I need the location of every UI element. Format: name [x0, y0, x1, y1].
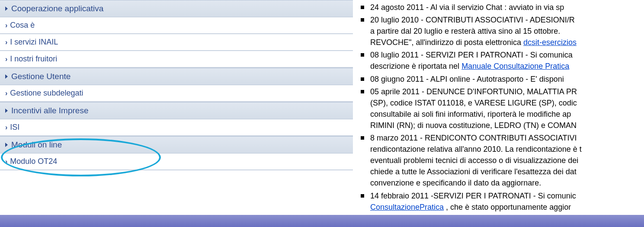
news-panel: 24 agosto 2011 - Al via il servizio Chat…: [353, 0, 644, 227]
chevron-right-icon: ›: [5, 90, 7, 97]
news-line: (SP), codice ISTAT 011018, e VARESE LIGU…: [370, 97, 644, 109]
news-line: eventuali problemi tecnici di accesso o …: [370, 155, 644, 166]
arrow-right-icon: [5, 109, 8, 113]
news-line: 08 luglio 2011 - SERVIZI PER I PATRONATI…: [370, 49, 644, 61]
bottom-bar: [0, 215, 644, 227]
arrow-right-icon: [5, 143, 8, 147]
news-line: rendicontazione relativa all'anno 2010. …: [370, 144, 644, 155]
news-line: consultabile ai soli fini informativi, r…: [370, 109, 644, 120]
sidebar-item-label: Moduli on line: [11, 140, 62, 150]
news-link[interactable]: ConsultazionePratica: [370, 203, 444, 211]
news-line: 08 giugno 2011 - ALPI online - Autotrasp…: [370, 74, 644, 85]
sidebar-item-label: I nostri fruitori: [10, 54, 57, 64]
arrow-right-icon: [5, 6, 8, 11]
sidebar-item-label: Gestione Utente: [11, 72, 70, 81]
news-line: chiede a tutte le Associazioni di verifi…: [370, 166, 644, 177]
sidebar-item-incentivi-imprese[interactable]: Incentivi alle Imprese: [0, 102, 353, 119]
sidebar-item-label: Gestione subdelegati: [10, 89, 83, 98]
chevron-right-icon: ›: [5, 22, 7, 29]
news-list: 24 agosto 2011 - Al via il servizio Chat…: [353, 2, 644, 227]
news-line: a partire dal 20 luglio e resterà attiva…: [370, 26, 644, 37]
sidebar-item-label: Incentivi alle Imprese: [11, 106, 88, 115]
chevron-right-icon: ›: [5, 55, 7, 63]
sidebar-item-label: Modulo OT24: [10, 157, 57, 166]
news-line: convenzione e specificando il dato da ag…: [370, 177, 644, 189]
news-item: 20 luglio 2010 - CONTRIBUTI ASSOCIATIVI …: [370, 14, 644, 48]
news-line: 05 aprile 2011 - DENUNCE D'INFORTUNIO, M…: [370, 86, 644, 97]
chevron-right-icon: ›: [5, 124, 7, 131]
sidebar-item-label: I servizi INAIL: [10, 38, 58, 47]
sidebar-item-gestione-subdelegati[interactable]: › Gestione subdelegati: [0, 85, 353, 102]
arrow-right-icon: [5, 74, 8, 79]
news-item: 05 aprile 2011 - DENUNCE D'INFORTUNIO, M…: [370, 86, 644, 131]
sidebar-item-label: Cosa è: [10, 21, 35, 30]
sidebar-item-modulo-ot24[interactable]: › Modulo OT24: [0, 153, 353, 170]
sidebar: Cooperazione applicativa › Cosa è › I se…: [0, 0, 353, 227]
sidebar-item-isi[interactable]: › ISI: [0, 119, 353, 136]
news-line: 8 marzo 2011 - RENDICONTO CONTRIBUTI ASS…: [370, 132, 644, 144]
sidebar-item-gestione-utente[interactable]: Gestione Utente: [0, 68, 353, 85]
news-item: 8 marzo 2011 - RENDICONTO CONTRIBUTI ASS…: [370, 132, 644, 189]
news-item: 24 agosto 2011 - Al via il servizio Chat…: [370, 2, 644, 13]
sidebar-item-label: Cooperazione applicativa: [11, 4, 103, 13]
news-line: 20 luglio 2010 - CONTRIBUTI ASSOCIATIVI …: [370, 14, 644, 26]
sidebar-item-servizi-inail[interactable]: › I servizi INAIL: [0, 34, 353, 51]
sidebar-item-cosa-e[interactable]: › Cosa è: [0, 17, 353, 34]
chevron-right-icon: ›: [5, 158, 7, 166]
chevron-right-icon: ›: [5, 38, 7, 46]
sidebar-item-cooperazione[interactable]: Cooperazione applicativa: [0, 0, 353, 17]
news-item: 08 luglio 2011 - SERVIZI PER I PATRONATI…: [370, 49, 644, 72]
news-line: descrizione è riportata nel Manuale Cons…: [370, 61, 644, 72]
sidebar-item-nostri-fruitori[interactable]: › I nostri fruitori: [0, 51, 353, 68]
news-link[interactable]: Manuale Consultazione Pratica: [461, 62, 569, 70]
news-line: RIMINI (RN); di nuova costituzione, LEDR…: [370, 120, 644, 131]
news-item: 08 giugno 2011 - ALPI online - Autotrasp…: [370, 74, 644, 85]
news-line: ConsultazionePratica , che è stato oppor…: [370, 201, 644, 213]
news-link[interactable]: dcsit-esercizios: [523, 38, 577, 47]
news-item: 14 febbraio 2011 -SERVIZI PER I PATRONAT…: [370, 190, 644, 213]
news-line: REVOCHE", all'indirizzo di posta elettro…: [370, 37, 644, 48]
news-line: 14 febbraio 2011 -SERVIZI PER I PATRONAT…: [370, 190, 644, 201]
sidebar-item-label: ISI: [10, 123, 19, 132]
news-line: 24 agosto 2011 - Al via il servizio Chat…: [370, 2, 644, 13]
sidebar-item-moduli-online[interactable]: Moduli on line: [0, 136, 353, 153]
